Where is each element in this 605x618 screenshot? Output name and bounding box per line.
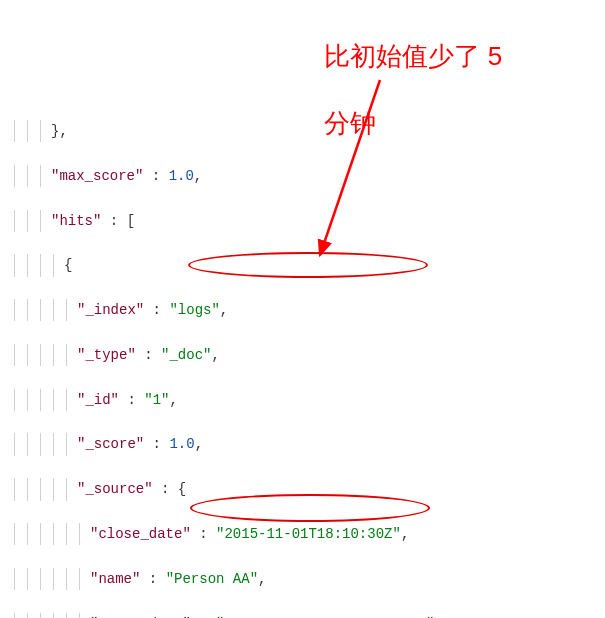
json-number: 1.0 (169, 168, 194, 184)
json-key: "_index" (77, 302, 144, 318)
code-block: }, "max_score" : 1.0, "hits" : [ { "_ind… (12, 98, 593, 618)
annotation-line2: 分钟 (324, 108, 376, 138)
json-string: "2015-11-01T18:10:30Z" (216, 526, 401, 542)
json-key: "max_score" (51, 168, 143, 184)
json-string: "_doc" (161, 347, 211, 363)
json-string: "1" (144, 392, 169, 408)
json-number: 1.0 (169, 436, 194, 452)
json-string: "logs" (169, 302, 219, 318)
json-string: "Person AA" (166, 571, 258, 587)
json-punct: }, (51, 123, 68, 139)
json-key: "_score" (77, 436, 144, 452)
json-key: "_id" (77, 392, 119, 408)
annotation-label: 比初始值少了 5 分钟 (310, 6, 502, 141)
json-key: "name" (90, 571, 140, 587)
json-key: "close_date" (90, 526, 191, 542)
json-key: "_source" (77, 481, 153, 497)
annotation-line1: 比初始值少了 5 (324, 41, 502, 71)
json-punct: { (64, 257, 72, 273)
json-key: "hits" (51, 213, 101, 229)
json-key: "_type" (77, 347, 136, 363)
